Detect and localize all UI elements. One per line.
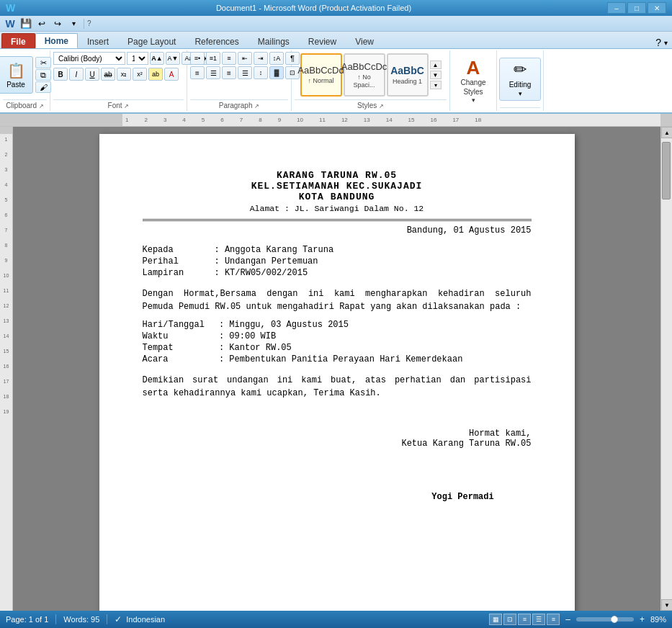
- redo-button[interactable]: ↪: [50, 17, 65, 30]
- ribbon-help[interactable]: ?: [655, 37, 661, 48]
- shading-button[interactable]: ▓: [269, 66, 284, 79]
- bold-button[interactable]: B: [53, 68, 68, 81]
- minimize-button[interactable]: –: [607, 2, 626, 14]
- meta-row-perihal: Perihal : Undangan Pertemuan: [143, 256, 334, 267]
- sort-button[interactable]: ↕A: [269, 52, 284, 65]
- maximize-button[interactable]: □: [627, 2, 646, 14]
- ribbon-more[interactable]: ▾: [664, 39, 668, 47]
- paragraph-label: Paragraph ↗: [190, 99, 288, 109]
- title-text: Document1 - Microsoft Word (Product Acti…: [216, 4, 411, 12]
- scroll-down-arrow[interactable]: ▼: [430, 71, 442, 79]
- zoom-thumb[interactable]: [611, 616, 618, 623]
- meta-value-perihal: : Undangan Pertemuan: [215, 256, 334, 267]
- full-screen-button[interactable]: ⊡: [503, 614, 516, 625]
- print-layout-button[interactable]: ▦: [489, 614, 502, 625]
- scroll-up-arrow[interactable]: ▲: [430, 60, 442, 69]
- more-button[interactable]: ▾: [66, 17, 81, 30]
- status-bar: Page: 1 of 1 Words: 95 ✓ Indonesian ▦ ⊡ …: [0, 611, 672, 628]
- tab-file[interactable]: File: [1, 33, 35, 48]
- tab-view[interactable]: View: [346, 33, 383, 48]
- detail-row-waktu: Waktu : 09:00 WIB: [143, 331, 463, 342]
- underline-button[interactable]: U: [85, 68, 99, 81]
- italic-button[interactable]: I: [69, 68, 84, 81]
- scroll-track[interactable]: [661, 138, 672, 599]
- font-color-button[interactable]: A: [164, 68, 179, 81]
- scroll-more-arrow[interactable]: ▾: [430, 81, 442, 89]
- copy-button[interactable]: ⧉: [35, 69, 51, 81]
- paste-button[interactable]: 📋 Paste: [0, 56, 33, 94]
- normal-label: ↑ Normal: [308, 77, 333, 85]
- zoom-slider[interactable]: [576, 617, 634, 622]
- superscript-button[interactable]: x²: [133, 68, 147, 81]
- window-controls: – □ ✕: [607, 2, 666, 14]
- outline-button[interactable]: ☰: [532, 614, 545, 625]
- editing-button[interactable]: ✏ Editing ▾: [499, 58, 541, 101]
- align-center-button[interactable]: ☰: [206, 66, 220, 79]
- meta-label-perihal: Perihal: [143, 256, 200, 267]
- detail-label-tempat: Tempat: [143, 342, 205, 354]
- scroll-up-button[interactable]: ▲: [661, 127, 672, 138]
- numbering-button[interactable]: ≡1: [206, 52, 220, 65]
- tab-home[interactable]: Home: [35, 33, 78, 48]
- editing-group: ✏ Editing ▾: [497, 50, 544, 111]
- detail-value-tempat: : Kantor RW.05: [219, 342, 462, 354]
- font-size-select[interactable]: 11: [127, 52, 148, 65]
- change-styles-button[interactable]: A ChangeStyles ▾: [454, 55, 492, 107]
- doc-body: Dengan Hormat,Bersama dengan ini kami me…: [143, 287, 532, 313]
- vertical-scrollbar: ▲ ▼: [660, 127, 672, 611]
- align-left-button[interactable]: ≡: [190, 66, 205, 79]
- shrink-font-button[interactable]: A▼: [166, 52, 180, 65]
- scroll-down-button[interactable]: ▼: [661, 599, 672, 611]
- document-page[interactable]: KARANG TARUNA RW.05 KEL.SETIAMANAH KEC.S…: [99, 134, 575, 611]
- multilevel-button[interactable]: ≡: [222, 52, 236, 65]
- undo-button[interactable]: ↩: [35, 17, 49, 30]
- strikethrough-button[interactable]: ab: [101, 68, 115, 81]
- justify-button[interactable]: ☰: [238, 66, 252, 79]
- draft-button[interactable]: ≡: [547, 614, 560, 625]
- zoom-out-button[interactable]: –: [565, 614, 570, 624]
- ribbon: 📋 Paste ✂ ⧉ 🖌 Clipboard ↗ Calibri (Body)…: [0, 49, 672, 114]
- doc-body-para1: Dengan Hormat,Bersama dengan ini kami me…: [143, 287, 532, 313]
- window-icon: W: [6, 2, 20, 14]
- grow-font-button[interactable]: A▲: [150, 52, 164, 65]
- title-bar: W Document1 - Microsoft Word (Product Ac…: [0, 0, 672, 16]
- editing-label: Editing: [509, 81, 532, 89]
- style-heading1-button[interactable]: AaBbC Heading 1: [387, 53, 429, 97]
- scroll-thumb[interactable]: [662, 142, 671, 199]
- document-area[interactable]: KARANG TARUNA RW.05 KEL.SETIAMANAH KEC.S…: [13, 127, 660, 611]
- highlight-button[interactable]: ab: [148, 68, 163, 81]
- page-info: Page: 1 of 1: [6, 615, 48, 624]
- styles-scroll[interactable]: ▲ ▼ ▾: [430, 60, 442, 89]
- font-name-select[interactable]: Calibri (Body): [53, 52, 125, 65]
- cut-button[interactable]: ✂: [35, 57, 51, 68]
- web-layout-button[interactable]: ≡: [518, 614, 531, 625]
- tab-insert[interactable]: Insert: [78, 33, 118, 48]
- tab-references[interactable]: References: [185, 33, 248, 48]
- horizontal-ruler: 12345 678910 1112131415 161718: [0, 114, 672, 127]
- zoom-in-button[interactable]: +: [640, 614, 645, 624]
- tab-page-layout[interactable]: Page Layout: [118, 33, 185, 48]
- style-nospace-button[interactable]: AaBbCcDc ↑ No Spaci...: [344, 53, 385, 97]
- format-painter-button[interactable]: 🖌: [35, 81, 51, 93]
- detail-colon-waktu: [205, 331, 219, 342]
- meta-row-kepada: Kepada : Anggota Karang Taruna: [143, 244, 334, 256]
- detail-label-acara: Acara: [143, 354, 205, 365]
- subscript-button[interactable]: x₂: [117, 68, 131, 81]
- detail-colon-tempat: [205, 342, 219, 354]
- line-spacing-button[interactable]: ↕: [254, 66, 268, 79]
- bullets-button[interactable]: ≡•: [190, 52, 205, 65]
- increase-indent-button[interactable]: ⇥: [254, 52, 268, 65]
- decrease-indent-button[interactable]: ⇤: [238, 52, 252, 65]
- close-button[interactable]: ✕: [648, 2, 666, 14]
- page-text: Page: 1 of 1: [6, 615, 48, 624]
- doc-date: Bandung, 01 Agustus 2015: [143, 225, 532, 236]
- detail-row-tanggal: Hari/Tanggal : Minggu, 03 Agustus 2015: [143, 319, 463, 331]
- tab-mailings[interactable]: Mailings: [248, 33, 299, 48]
- change-styles-label: ChangeStyles: [460, 78, 485, 97]
- style-normal-button[interactable]: AaBbCcDd ↑ Normal: [300, 53, 342, 97]
- doc-divider: [143, 219, 532, 221]
- save-button[interactable]: 💾: [19, 17, 33, 30]
- clipboard-group: 📋 Paste ✂ ⧉ 🖌 Clipboard ↗: [0, 50, 50, 111]
- align-right-button[interactable]: ≡: [222, 66, 236, 79]
- tab-review[interactable]: Review: [299, 33, 346, 48]
